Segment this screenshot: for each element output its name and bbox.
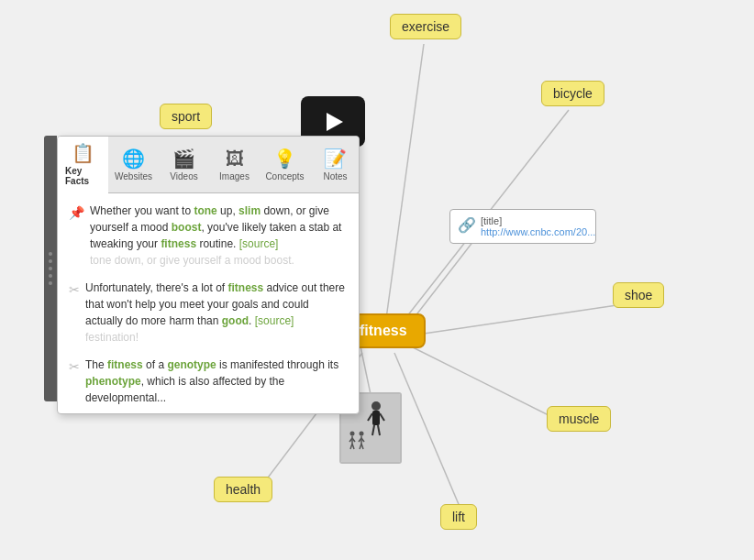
tab-websites-label: Websites <box>115 171 152 181</box>
health-label: health <box>226 482 261 497</box>
tab-images[interactable]: 🖼 Images <box>209 137 260 192</box>
link-node[interactable]: 🔗 [title] http://www.cnbc.com/20... <box>449 209 596 244</box>
svg-point-16 <box>360 432 364 436</box>
lift-node[interactable]: lift <box>440 504 477 530</box>
play-triangle-icon <box>327 113 343 131</box>
tab-keyfacts-label: Key Facts <box>65 166 101 186</box>
shoe-label: shoe <box>625 288 652 302</box>
notes-icon: 📝 <box>324 148 347 170</box>
panel-tabs: 📋 Key Facts 🌐 Websites 🎬 Videos 🖼 Images… <box>58 137 359 193</box>
fact-text-3: The fitness of a genotype is manifested … <box>85 357 348 406</box>
fact-item-2: ✂ Unfortunately, there's a lot of fitnes… <box>69 280 348 346</box>
pin-icon-2: ✂ <box>69 280 80 300</box>
bicycle-label: bicycle <box>553 86 593 101</box>
exercise-label: exercise <box>402 19 449 34</box>
link-content: [title] http://www.cnbc.com/20... <box>481 215 595 237</box>
panel-body: 📌 Whether you want to tone up, slim down… <box>58 193 359 413</box>
muscle-node[interactable]: muscle <box>547 406 611 432</box>
images-icon: 🖼 <box>226 148 244 170</box>
svg-line-5 <box>394 353 463 515</box>
tab-concepts-label: Concepts <box>265 171 304 181</box>
link-title: [title] <box>481 215 595 226</box>
highlight-fitness-3: fitness <box>107 358 143 371</box>
health-node[interactable]: health <box>214 477 272 502</box>
sport-node[interactable]: sport <box>160 104 212 129</box>
drag-dot <box>49 281 52 285</box>
drag-dot <box>49 274 52 278</box>
pin-icon-1: 📌 <box>69 203 84 223</box>
tab-keyfacts[interactable]: 📋 Key Facts <box>58 137 108 193</box>
fact-text-1: Whether you want to tone up, slim down, … <box>90 203 348 269</box>
link-icon: 🔗 <box>458 216 476 234</box>
keyfacts-icon: 📋 <box>72 142 94 164</box>
drag-dot <box>49 267 52 270</box>
source-link-2[interactable]: [source] <box>255 314 294 327</box>
tab-websites[interactable]: 🌐 Websites <box>108 137 159 192</box>
highlight-genotype: genotype <box>167 358 216 371</box>
highlight-good: good <box>222 314 249 327</box>
bicycle-node[interactable]: bicycle <box>541 81 604 106</box>
websites-icon: 🌐 <box>122 148 145 170</box>
tab-videos[interactable]: 🎬 Videos <box>159 137 209 192</box>
central-label: fitness <box>360 323 407 338</box>
faded-text-2: festination! <box>85 331 139 344</box>
tab-images-label: Images <box>219 171 249 181</box>
svg-line-3 <box>417 302 636 335</box>
videos-icon: 🎬 <box>172 148 195 170</box>
tab-concepts[interactable]: 💡 Concepts <box>260 137 310 192</box>
highlight-boost: boost <box>172 221 202 234</box>
fact-item-3: ✂ The fitness of a genotype is manifeste… <box>69 357 348 406</box>
fact-item-1: 📌 Whether you want to tone up, slim down… <box>69 203 348 269</box>
svg-line-0 <box>385 44 424 325</box>
svg-line-2 <box>408 236 477 325</box>
highlight-slim: slim <box>238 204 261 217</box>
concepts-icon: 💡 <box>273 148 296 170</box>
source-link-1[interactable]: [source] <box>239 237 279 250</box>
pin-icon-3: ✂ <box>69 357 80 377</box>
svg-point-22 <box>371 401 381 411</box>
shoe-node[interactable]: shoe <box>613 282 664 308</box>
svg-rect-23 <box>372 411 380 425</box>
tab-notes[interactable]: 📝 Notes <box>310 137 360 192</box>
drag-dot <box>49 259 52 263</box>
tab-videos-label: Videos <box>170 171 197 181</box>
exercise-node[interactable]: exercise <box>390 14 461 39</box>
svg-point-10 <box>350 432 355 436</box>
tab-notes-label: Notes <box>323 171 347 181</box>
highlight-phenotype: phenotype <box>85 375 141 388</box>
muscle-label: muscle <box>559 412 599 426</box>
highlight-fitness-2: fitness <box>227 281 263 294</box>
svg-line-8 <box>360 346 371 399</box>
fact-text-2: Unfortunately, there's a lot of fitness … <box>85 280 348 346</box>
sport-label: sport <box>172 109 200 124</box>
drag-dot <box>49 252 52 256</box>
link-url: http://www.cnbc.com/20... <box>481 226 595 237</box>
panel-drag-handle[interactable] <box>44 136 57 401</box>
lift-label: lift <box>452 510 465 524</box>
highlight-fitness-1: fitness <box>161 237 196 250</box>
highlight-tone: tone <box>194 204 216 217</box>
key-facts-panel: 📋 Key Facts 🌐 Websites 🎬 Videos 🖼 Images… <box>57 136 360 414</box>
faded-text-1: tone down, or give yourself a mood boost… <box>90 254 294 267</box>
